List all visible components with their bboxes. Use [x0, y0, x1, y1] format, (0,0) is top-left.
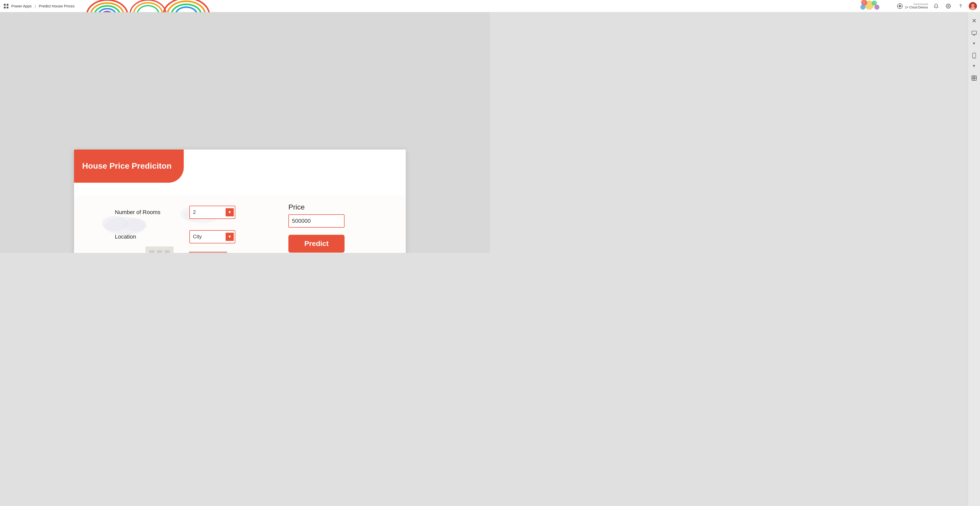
- app-canvas: House Price Prediciton: [74, 150, 406, 253]
- canvas-wrapper: House Price Prediciton: [0, 12, 490, 253]
- location-chevron-icon: ▼: [226, 233, 234, 241]
- nav-separator: |: [35, 4, 36, 8]
- location-row: Location City ▼: [115, 230, 248, 243]
- grid-icon[interactable]: [3, 3, 9, 9]
- rooms-select-value: 2: [193, 209, 226, 215]
- price-input[interactable]: [288, 214, 345, 228]
- svg-rect-0: [4, 4, 6, 6]
- price-section: Price: [288, 203, 345, 228]
- svg-point-15: [176, 7, 197, 12]
- right-panel: Price Predict: [288, 203, 345, 253]
- rooms-chevron-icon: ▼: [226, 208, 234, 216]
- svg-point-14: [172, 4, 201, 12]
- predict-button[interactable]: Predict: [288, 235, 345, 253]
- location-select-value: City: [193, 234, 226, 240]
- rooms-row: Number of Rooms 2 ▼: [115, 206, 248, 219]
- svg-rect-1: [6, 4, 8, 6]
- app-header-banner: House Price Prediciton: [74, 150, 184, 183]
- app-page-title: Predict House Prices: [39, 4, 75, 8]
- app-header-title: House Price Prediciton: [82, 161, 172, 171]
- rainbow-decoration: [76, 0, 490, 12]
- svg-rect-2: [4, 6, 6, 8]
- rooms-label: Number of Rooms: [115, 209, 181, 216]
- power-apps-label: Power Apps: [11, 4, 32, 8]
- location-select[interactable]: City ▼: [189, 230, 235, 243]
- rooms-select[interactable]: 2 ▼: [189, 206, 235, 219]
- form-fields: Number of Rooms 2 ▼ Location City ▼: [115, 206, 248, 253]
- main-area: House Price Prediciton: [0, 12, 490, 253]
- svg-rect-3: [6, 6, 8, 8]
- navbar: Power Apps | Predict House Prices: [0, 0, 490, 12]
- location-label: Location: [115, 234, 181, 240]
- svg-point-11: [137, 6, 159, 12]
- price-label: Price: [288, 203, 345, 211]
- svg-point-8: [102, 11, 112, 12]
